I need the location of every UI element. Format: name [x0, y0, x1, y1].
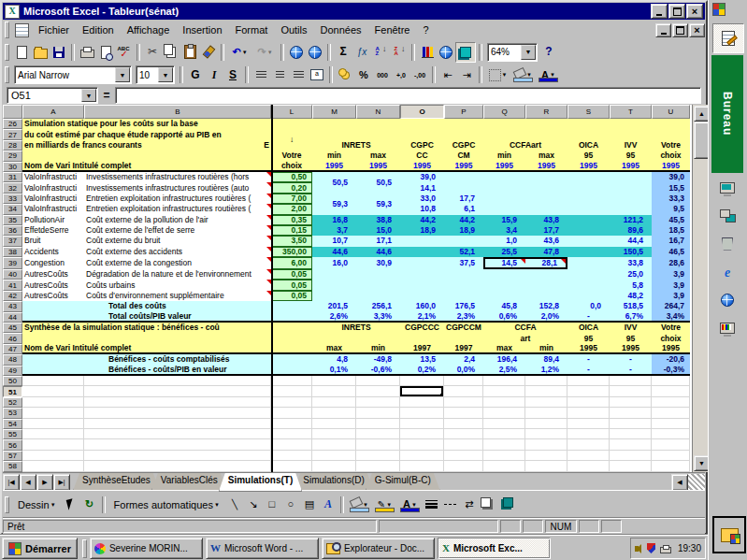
- cell[interactable]: [567, 269, 610, 280]
- row-header-50[interactable]: 50: [3, 376, 22, 386]
- cell[interactable]: choix: [652, 151, 690, 161]
- my-computer-icon[interactable]: [712, 174, 742, 201]
- redo-button-dropdown-icon[interactable]: ▼: [267, 50, 273, 55]
- restore-button[interactable]: [668, 4, 685, 19]
- cell[interactable]: [444, 333, 483, 343]
- cell[interactable]: [652, 397, 690, 408]
- row-header-33[interactable]: 33: [3, 194, 22, 204]
- cell[interactable]: [444, 461, 483, 471]
- cell[interactable]: [567, 386, 610, 396]
- new-file-button[interactable]: [12, 43, 31, 62]
- cell[interactable]: 0,2%: [400, 366, 444, 376]
- cell[interactable]: CGPC: [400, 140, 444, 151]
- cell[interactable]: [525, 291, 567, 301]
- desktop-folder-button[interactable]: [712, 516, 746, 553]
- cell[interactable]: 15,0: [356, 225, 400, 236]
- excel-app-icon[interactable]: X: [5, 5, 20, 19]
- cell[interactable]: [483, 429, 525, 439]
- row-header-56[interactable]: 56: [3, 439, 22, 450]
- cell[interactable]: [567, 215, 610, 225]
- row-header-28[interactable]: 28: [3, 140, 22, 151]
- cell[interactable]: 52,1: [444, 247, 483, 257]
- drawing-button[interactable]: [455, 42, 476, 63]
- rectangle-button[interactable]: □: [263, 495, 281, 514]
- cell[interactable]: CCFA: [483, 323, 567, 333]
- cell[interactable]: [271, 461, 312, 471]
- workbook-restore-button[interactable]: [672, 23, 688, 37]
- arrow-style-button[interactable]: ⇄: [460, 495, 479, 514]
- arrow-button[interactable]: ↘: [244, 495, 263, 514]
- menu-item-format[interactable]: Format: [229, 22, 275, 38]
- zoom-combo-dropdown-icon[interactable]: ▼: [521, 45, 536, 60]
- cell[interactable]: [567, 172, 610, 182]
- task-button-microsoft-word[interactable]: Microsoft Word - ...: [206, 538, 319, 559]
- cell[interactable]: [84, 451, 271, 461]
- row-header-38[interactable]: 38: [3, 247, 22, 257]
- menu-item-affichage[interactable]: Affichage: [121, 22, 177, 38]
- column-header-O[interactable]: O: [400, 105, 444, 119]
- cell[interactable]: 1995: [444, 162, 483, 172]
- cell[interactable]: CGPCCM: [444, 323, 483, 333]
- print-button[interactable]: [78, 43, 96, 62]
- print-preview-button[interactable]: [96, 43, 115, 62]
- column-header-T[interactable]: T: [610, 105, 652, 119]
- threed-button[interactable]: [497, 495, 516, 514]
- cell[interactable]: Total coûts/PIB valeur: [84, 312, 271, 323]
- cell[interactable]: [22, 333, 271, 343]
- cell[interactable]: 44,2: [400, 215, 444, 225]
- cell[interactable]: 44,2: [444, 215, 483, 225]
- cell[interactable]: 6,00: [271, 257, 312, 269]
- cell[interactable]: [567, 247, 610, 257]
- cell[interactable]: [271, 376, 312, 386]
- cell[interactable]: 3,4: [483, 225, 525, 236]
- cell[interactable]: 95: [567, 151, 610, 161]
- cell[interactable]: Coûts urbains: [84, 280, 271, 290]
- column-header-P[interactable]: P: [444, 105, 483, 119]
- cell[interactable]: 350,00: [271, 247, 312, 257]
- spelling-button[interactable]: [115, 43, 134, 62]
- cell[interactable]: max: [312, 344, 356, 354]
- cell[interactable]: IVV: [610, 140, 652, 151]
- cell[interactable]: -20,6: [652, 354, 690, 365]
- row-header-46[interactable]: 46: [3, 333, 22, 343]
- cell[interactable]: CC: [400, 151, 444, 161]
- cell[interactable]: min: [312, 151, 356, 161]
- cell[interactable]: 0,15: [271, 225, 312, 236]
- column-header-R[interactable]: R: [525, 105, 567, 119]
- cell[interactable]: [400, 280, 444, 290]
- cell[interactable]: [312, 269, 356, 280]
- toolbar-grip[interactable]: [5, 44, 9, 61]
- cell[interactable]: [400, 397, 444, 408]
- row-header-47[interactable]: 47: [3, 344, 22, 354]
- scrollbar-thumb[interactable]: [694, 122, 709, 159]
- cell[interactable]: 2,6%: [312, 312, 356, 323]
- printer-status-icon[interactable]: [660, 547, 671, 553]
- cell[interactable]: [22, 451, 84, 461]
- tab-scroll-last[interactable]: ▶|: [53, 474, 70, 491]
- row-header-55[interactable]: 55: [3, 429, 22, 439]
- cell[interactable]: [525, 419, 567, 429]
- cell[interactable]: [483, 451, 525, 461]
- internet-explorer-icon[interactable]: [712, 258, 742, 285]
- cell[interactable]: [525, 269, 567, 280]
- cell[interactable]: [400, 439, 444, 450]
- row-header-44[interactable]: 44: [3, 312, 22, 323]
- row-header-36[interactable]: 36: [3, 225, 22, 236]
- column-header-A[interactable]: A: [22, 105, 84, 119]
- cell[interactable]: [312, 429, 356, 439]
- cell[interactable]: [567, 451, 610, 461]
- cell[interactable]: ValoInfrastructi: [22, 182, 84, 193]
- cell[interactable]: [84, 419, 271, 429]
- autoshapes-menu-button[interactable]: Formes automatiques▼: [108, 495, 225, 514]
- cell[interactable]: 45,5: [652, 215, 690, 225]
- cell[interactable]: [652, 429, 690, 439]
- cell[interactable]: [84, 461, 271, 471]
- cell[interactable]: CCFAart: [483, 140, 567, 151]
- redo-button[interactable]: ↷▼: [252, 43, 278, 62]
- cell[interactable]: [271, 119, 690, 129]
- cell[interactable]: Congestion: [22, 257, 84, 269]
- cell[interactable]: [400, 429, 444, 439]
- cell[interactable]: [610, 397, 652, 408]
- cell[interactable]: [84, 397, 271, 408]
- cell[interactable]: [271, 312, 312, 323]
